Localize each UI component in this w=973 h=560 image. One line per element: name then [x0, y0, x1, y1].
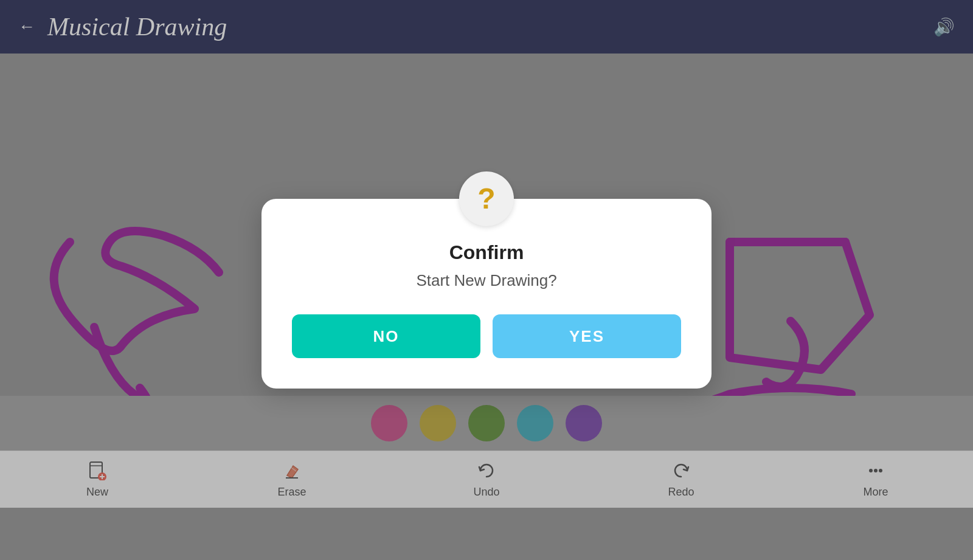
- no-button[interactable]: NO: [292, 314, 480, 358]
- dialog-buttons: NO YES: [292, 314, 681, 358]
- yes-button[interactable]: YES: [493, 314, 681, 358]
- dialog-container: ? Confirm Start New Drawing? NO YES: [261, 171, 712, 389]
- dialog-icon-circle: ?: [459, 171, 514, 226]
- question-mark-icon: ?: [477, 184, 495, 213]
- dialog-title: Confirm: [292, 241, 681, 264]
- modal-overlay: ? Confirm Start New Drawing? NO YES: [0, 0, 973, 560]
- dialog-message: Start New Drawing?: [292, 271, 681, 290]
- dialog-box: Confirm Start New Drawing? NO YES: [261, 199, 712, 389]
